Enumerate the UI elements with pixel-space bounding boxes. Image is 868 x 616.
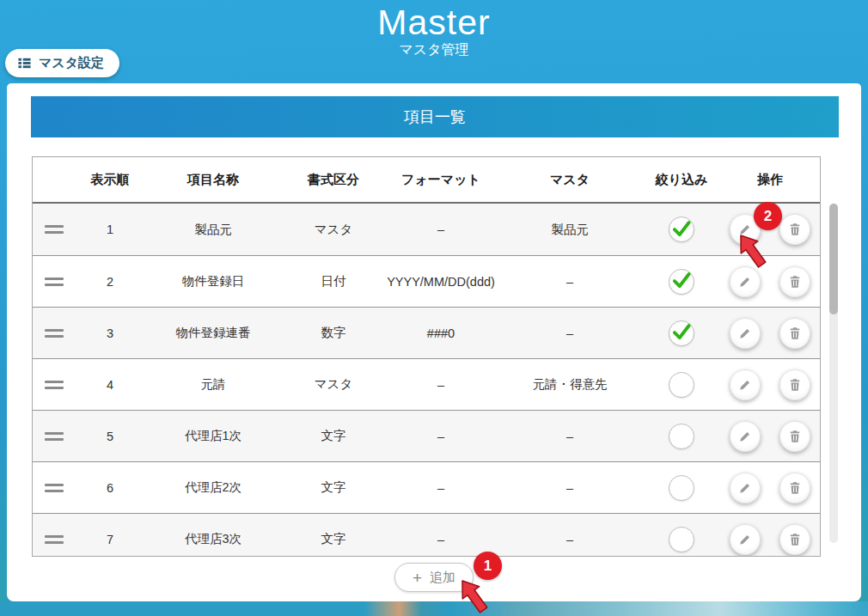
- master-settings-button[interactable]: マスタ設定: [5, 49, 119, 77]
- table-row: 2 物件登録日 日付 YYYY/MM/DD(ddd) –: [33, 255, 820, 307]
- table-scrollbar-thumb[interactable]: [829, 204, 838, 314]
- pencil-icon: [737, 377, 753, 393]
- edit-button[interactable]: [730, 421, 761, 452]
- delete-button[interactable]: [779, 421, 810, 452]
- col-type: 書式区分: [282, 172, 385, 188]
- cell-order: 7: [76, 533, 144, 546]
- cell-name: 物件登録日: [144, 273, 282, 290]
- drag-handle-icon[interactable]: [45, 381, 64, 389]
- trash-icon: [787, 326, 803, 341]
- items-table: 表示順 項目名称 書式区分 フォーマット マスタ 絞り込み 操作 1 製品元 マ…: [32, 156, 821, 557]
- edit-button[interactable]: [730, 318, 761, 349]
- cell-master: –: [497, 430, 643, 443]
- filter-checkbox[interactable]: [669, 217, 694, 242]
- cell-format: –: [385, 481, 497, 495]
- cell-format: –: [385, 378, 497, 392]
- edit-button[interactable]: [730, 473, 761, 503]
- cell-name: 代理店2次: [144, 479, 282, 496]
- pencil-icon: [737, 532, 753, 547]
- cell-name: 代理店3次: [144, 531, 282, 547]
- filter-checkbox[interactable]: [669, 527, 694, 552]
- cell-name: 元請: [144, 376, 282, 393]
- delete-button[interactable]: [779, 266, 810, 297]
- table-row: 4 元請 マスタ – 元請・得意先: [33, 358, 820, 410]
- cell-order: 2: [76, 275, 144, 289]
- edit-button[interactable]: [730, 369, 761, 400]
- cell-format-type: マスタ: [282, 376, 385, 393]
- list-icon: [17, 56, 32, 70]
- cell-order: 3: [76, 326, 144, 340]
- col-name: 項目名称: [144, 172, 282, 188]
- trash-icon: [787, 532, 803, 547]
- cell-order: 4: [76, 378, 144, 392]
- annotation-badge-1: 1: [474, 552, 502, 580]
- page-title: Master: [0, 3, 868, 43]
- delete-button[interactable]: [779, 214, 810, 245]
- cell-name: 代理店1次: [144, 428, 282, 444]
- edit-button[interactable]: [730, 524, 761, 555]
- cell-master: –: [497, 481, 643, 495]
- cell-format-type: 文字: [282, 531, 385, 547]
- table-row: 5 代理店1次 文字 – –: [33, 410, 820, 461]
- cell-master: –: [497, 275, 643, 289]
- cell-master: –: [497, 326, 643, 340]
- drag-handle-icon[interactable]: [45, 278, 64, 286]
- cell-master: –: [497, 533, 643, 546]
- trash-icon: [787, 480, 803, 496]
- table-header-row: 表示順 項目名称 書式区分 フォーマット マスタ 絞り込み 操作: [33, 157, 820, 204]
- plus-icon: +: [413, 570, 422, 586]
- trash-icon: [787, 274, 803, 290]
- check-icon: [670, 320, 693, 343]
- master-settings-label: マスタ設定: [39, 55, 104, 71]
- cell-format: ###0: [385, 326, 497, 340]
- cell-format: YYYY/MM/DD(ddd): [385, 275, 497, 289]
- page-subtitle: マスタ管理: [0, 41, 868, 59]
- cell-format-type: 文字: [282, 428, 385, 444]
- pencil-icon: [737, 429, 753, 444]
- background-strip: [0, 601, 868, 616]
- pencil-icon: [737, 326, 753, 341]
- filter-checkbox[interactable]: [669, 372, 694, 398]
- cell-format-type: 日付: [282, 273, 385, 290]
- cell-master: 製品元: [497, 222, 643, 238]
- col-filter: 絞り込み: [643, 172, 720, 188]
- delete-button[interactable]: [779, 473, 810, 503]
- cell-format: –: [385, 223, 497, 236]
- delete-button[interactable]: [779, 318, 810, 349]
- filter-checkbox[interactable]: [669, 475, 694, 501]
- table-scrollbar-track[interactable]: [829, 204, 838, 543]
- trash-icon: [787, 429, 803, 444]
- cell-format: –: [385, 533, 497, 546]
- filter-checkbox[interactable]: [669, 424, 694, 449]
- col-order: 表示順: [76, 172, 144, 188]
- cursor-arrow-icon: [450, 577, 490, 616]
- cell-name: 製品元: [144, 222, 282, 238]
- cursor-arrow-icon: [729, 232, 768, 285]
- pencil-icon: [737, 480, 753, 496]
- table-row: 3 物件登録連番 数字 ###0 –: [33, 307, 820, 358]
- table-row: 6 代理店2次 文字 – –: [33, 461, 820, 513]
- drag-handle-icon[interactable]: [45, 484, 64, 492]
- filter-checkbox[interactable]: [669, 320, 694, 346]
- cell-format-type: マスタ: [282, 222, 385, 238]
- check-icon: [670, 269, 693, 291]
- drag-handle-icon[interactable]: [45, 225, 64, 234]
- cell-master: 元請・得意先: [497, 376, 643, 393]
- table-row: 7 代理店3次 文字 – –: [33, 513, 820, 557]
- cell-order: 6: [76, 481, 144, 495]
- drag-handle-icon[interactable]: [45, 432, 64, 441]
- delete-button[interactable]: [779, 524, 810, 555]
- check-icon: [670, 217, 693, 240]
- section-banner: 項目一覧: [31, 96, 839, 137]
- filter-checkbox[interactable]: [669, 269, 694, 295]
- drag-handle-icon[interactable]: [45, 329, 64, 338]
- col-ops: 操作: [720, 172, 820, 188]
- table-row: 1 製品元 マスタ – 製品元: [33, 204, 820, 255]
- trash-icon: [787, 377, 803, 393]
- delete-button[interactable]: [779, 369, 810, 400]
- annotation-badge-2: 2: [754, 202, 782, 230]
- col-master: マスタ: [497, 172, 643, 188]
- content-card: 項目一覧 表示順 項目名称 書式区分 フォーマット マスタ 絞り込み 操作 1 …: [7, 83, 861, 601]
- drag-handle-icon[interactable]: [45, 535, 64, 544]
- section-title: 項目一覧: [404, 107, 466, 127]
